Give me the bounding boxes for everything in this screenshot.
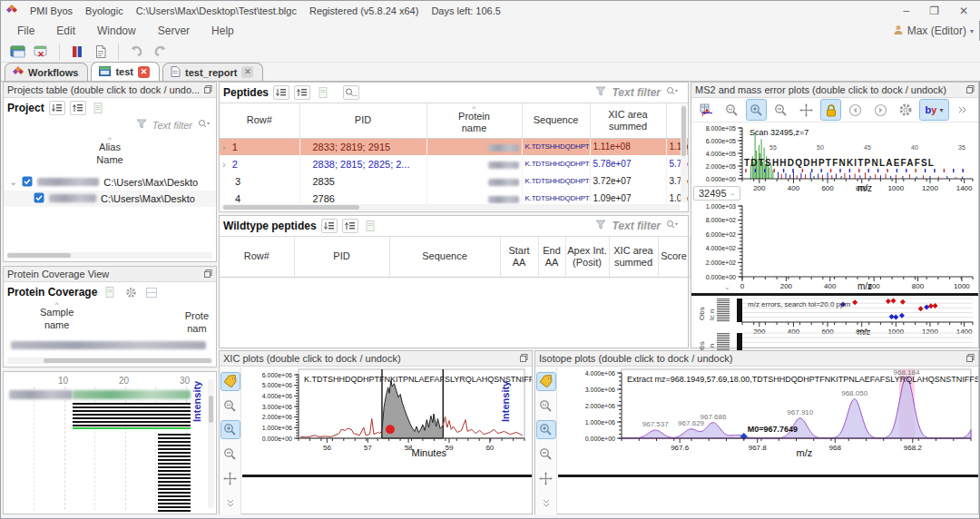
filter-funnel-icon[interactable] (595, 86, 606, 99)
sort-ascending-icon[interactable] (342, 219, 358, 233)
ms2-panel-header[interactable]: MS2 and mass error plots (double click t… (691, 83, 978, 98)
tab-Workflows[interactable]: Workflows (5, 63, 88, 81)
column-header-XIC area[interactable]: XIC areasummed (609, 237, 658, 277)
by-ions-icon[interactable]: by▾ (920, 100, 947, 120)
menu-file[interactable]: File (8, 23, 44, 39)
tag-icon[interactable] (221, 373, 240, 390)
zoom-out-icon[interactable] (221, 446, 240, 463)
project-tree-row[interactable]: C:\Users\Max\Deskto (4, 191, 216, 207)
column-header-Sequence[interactable]: Sequence (522, 103, 590, 138)
zoom-in-icon[interactable] (747, 100, 766, 120)
report-doc-icon[interactable] (91, 43, 111, 61)
peaks-table-icon[interactable] (697, 100, 716, 120)
search-icon[interactable] (666, 220, 679, 232)
menu-help[interactable]: Help (202, 23, 243, 39)
isotope-panel-header[interactable]: Isotope plots (double click to dock / un… (535, 351, 978, 367)
zoom-in-icon[interactable] (221, 421, 240, 438)
report-icon[interactable] (363, 219, 379, 233)
column-header-Start[interactable]: StartAA (500, 237, 538, 277)
lock-icon[interactable] (821, 100, 840, 120)
dock-icon[interactable] (966, 84, 975, 95)
xic-plot-svg[interactable]: 0.000e+001.000e+062.000e+063.000e+064.00… (242, 367, 532, 514)
coverage-map-vscrollbar[interactable] (208, 379, 214, 508)
report-icon[interactable] (315, 85, 331, 100)
ms2-plots-svg[interactable]: 0.000e+002.000e+054.000e+056.000e+058.00… (691, 122, 978, 351)
peptides-hscrollbar[interactable] (221, 204, 680, 211)
filter-funnel-icon[interactable] (136, 119, 147, 131)
sort-descending-icon[interactable] (49, 101, 65, 115)
sort-descending-icon[interactable] (321, 219, 338, 233)
redo-icon[interactable] (150, 43, 170, 61)
column-header-Protein[interactable]: ^Proteinname (426, 103, 522, 138)
pan-icon[interactable] (221, 470, 240, 487)
coverage-column-headers[interactable]: ^Samplename Protenam (4, 301, 216, 336)
pan-icon[interactable] (797, 100, 816, 120)
book-icon[interactable] (67, 43, 87, 61)
peptide-row-3[interactable]: 32835K.TDTSHHDQDHPTFNKITPNLAE3.72e+073.7… (220, 172, 688, 190)
open-project-icon[interactable] (8, 43, 28, 61)
close-button[interactable]: ✕ (959, 5, 968, 17)
peptide-row-4[interactable]: 42786K.TDTSHHDQDHPTFNKITPNLAE1.09e+071.0… (220, 190, 688, 205)
zoom-reset-icon[interactable]: H (721, 100, 740, 120)
column-header-End[interactable]: EndAA (538, 237, 565, 277)
tab-test_report[interactable]: test_report✕ (162, 63, 263, 81)
minimize-button[interactable]: – (903, 5, 909, 17)
nav-forward-icon[interactable] (871, 100, 890, 120)
protein-coverage-header[interactable]: Protein Coverage View (4, 267, 216, 282)
menu-server[interactable]: Server (149, 23, 199, 39)
zoom-reset-icon[interactable]: H (537, 397, 555, 415)
peptides-vscrollbar[interactable] (681, 104, 687, 202)
zoom-out-icon[interactable] (537, 446, 555, 463)
sort-ascending-icon[interactable] (294, 85, 310, 100)
user-menu[interactable]: Max (Editor) ▾ (893, 24, 974, 38)
column-header-PID[interactable]: PID (299, 103, 426, 138)
tab-test[interactable]: test✕ (91, 62, 160, 81)
expand-chevron-icon[interactable]: ⌄ (9, 176, 17, 188)
filter-funnel-icon[interactable] (595, 220, 606, 232)
gear-icon[interactable] (896, 100, 915, 120)
projects-filter-input[interactable]: Text filter (152, 120, 192, 131)
search-more-icon[interactable]: ... (343, 85, 359, 100)
tab-close-icon[interactable]: ✕ (138, 66, 150, 78)
layout-icon[interactable] (143, 285, 160, 299)
projects-column-header[interactable]: ^ Alias Name (4, 132, 216, 167)
menu-edit[interactable]: Edit (47, 23, 84, 39)
project-tree-row[interactable]: ⌄C:\Users\Max\Deskto (4, 174, 216, 191)
overflow-icon[interactable] (954, 100, 973, 120)
peptides-filter-input[interactable]: Text filter (612, 86, 661, 99)
column-header-Row#[interactable]: Row# (220, 103, 299, 138)
dock-icon[interactable] (520, 353, 528, 364)
column-header-Apex Int.[interactable]: Apex Int.(Posit) (565, 237, 609, 277)
coverage-hscrollbar[interactable] (7, 357, 212, 364)
peptide-row-2[interactable]: › 22838; 2815; 2825; 2...K.TDTSHHDQDHPTF… (220, 155, 688, 172)
scan-selector-combo[interactable]: 32495⌄ (693, 186, 740, 201)
report-icon[interactable] (91, 101, 107, 115)
projects-hscrollbar[interactable] (7, 252, 212, 259)
column-header-PID[interactable]: PID (294, 237, 389, 277)
sort-descending-icon[interactable] (273, 85, 289, 100)
dock-icon[interactable] (966, 353, 975, 364)
peptide-row-1[interactable]: › 12833; 2819; 2915K.TDTSHHDQDHPTFNKITPN… (220, 138, 688, 155)
column-header-Score[interactable]: Score (658, 237, 690, 277)
column-header-Row#[interactable]: Row# (220, 237, 294, 277)
report-icon[interactable] (102, 285, 118, 299)
checkbox-checked[interactable] (34, 192, 44, 205)
checkbox-checked[interactable] (22, 176, 33, 189)
close-project-icon[interactable]: ✕ (32, 43, 52, 61)
collapse-icon[interactable] (537, 494, 555, 511)
undo-icon[interactable] (126, 43, 146, 61)
xic-panel-header[interactable]: XIC plots (double click to dock / undock… (220, 351, 532, 367)
search-icon[interactable] (666, 86, 679, 99)
column-header-XIC area[interactable]: XIC areasummed (590, 103, 666, 138)
search-icon[interactable] (198, 119, 211, 131)
nav-back-icon[interactable] (846, 100, 865, 120)
collapse-icon[interactable] (221, 494, 240, 511)
sort-ascending-icon[interactable] (70, 101, 86, 115)
row-expander-icon[interactable]: › (222, 159, 226, 170)
column-header-Sequence[interactable]: Sequence (389, 237, 500, 277)
restore-button[interactable]: ❐ (929, 5, 939, 17)
wildtype-filter-input[interactable]: Text filter (612, 220, 661, 232)
tab-close-icon[interactable]: ✕ (241, 66, 253, 78)
menu-window[interactable]: Window (88, 23, 145, 39)
tag-icon[interactable] (537, 373, 555, 390)
